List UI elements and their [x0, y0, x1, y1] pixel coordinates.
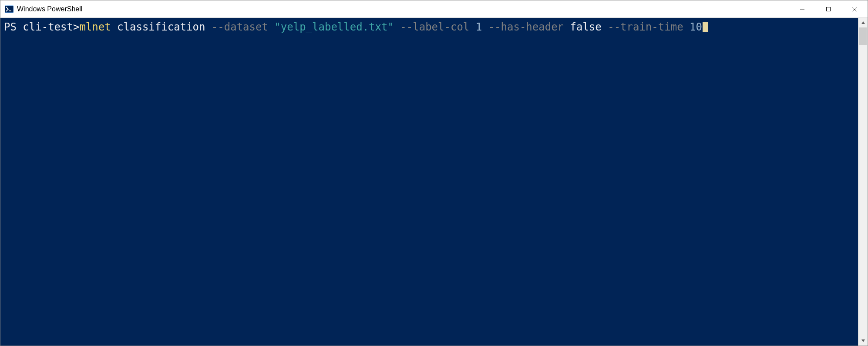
flag-labelcol: --label-col	[400, 21, 469, 33]
value-dataset: "yelp_labelled.txt"	[274, 21, 394, 33]
maximize-button[interactable]	[815, 0, 841, 17]
powershell-window: Windows PowerShell PS cli-test>mlnet cla…	[0, 0, 868, 346]
scroll-up-arrow-icon[interactable]	[858, 18, 868, 27]
command-name: mlnet	[79, 21, 111, 33]
value-labelcol: 1	[476, 21, 482, 33]
flag-traintime: --train-time	[608, 21, 683, 33]
minimize-icon	[800, 7, 805, 12]
minimize-button[interactable]	[789, 0, 815, 17]
flag-dataset: --dataset	[212, 21, 268, 33]
close-icon	[852, 7, 857, 12]
close-button[interactable]	[841, 0, 868, 17]
scroll-thumb[interactable]	[859, 27, 867, 45]
powershell-icon	[5, 5, 13, 14]
svg-rect-3	[827, 7, 831, 11]
value-traintime: 10	[690, 21, 702, 33]
window-controls	[789, 0, 868, 17]
prompt: PS cli-test>	[4, 21, 79, 33]
maximize-icon	[826, 7, 831, 12]
vertical-scrollbar[interactable]	[858, 18, 868, 346]
cursor	[703, 22, 708, 32]
scroll-track[interactable]	[858, 27, 868, 336]
scroll-down-arrow-icon[interactable]	[858, 336, 868, 346]
flag-hasheader: --has-header	[488, 21, 564, 33]
terminal[interactable]: PS cli-test>mlnet classification --datas…	[0, 18, 858, 346]
subcommand: classification	[117, 21, 205, 33]
titlebar[interactable]: Windows PowerShell	[0, 0, 868, 18]
window-title: Windows PowerShell	[17, 5, 789, 13]
svg-rect-0	[5, 6, 13, 13]
terminal-container: PS cli-test>mlnet classification --datas…	[0, 18, 868, 346]
value-hasheader: false	[570, 21, 602, 33]
